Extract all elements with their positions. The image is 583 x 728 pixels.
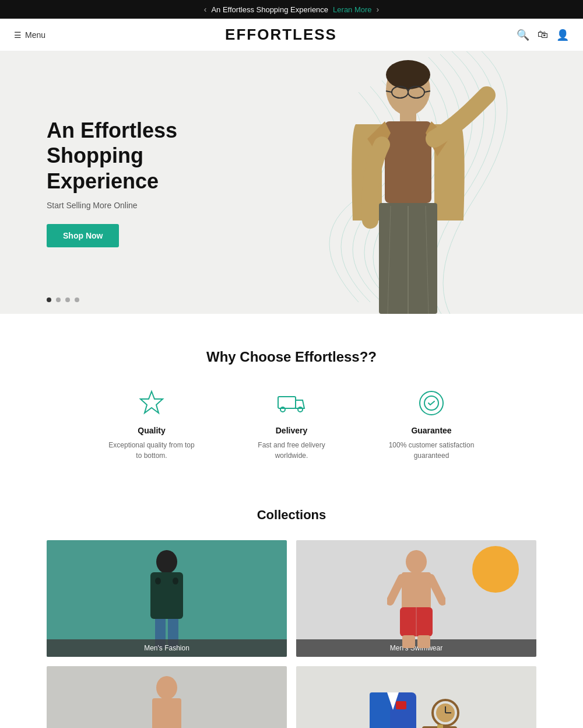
collection-mens-fashion[interactable]: Men's Fashion [47, 540, 287, 657]
svg-rect-40 [396, 701, 406, 709]
svg-marker-13 [141, 391, 163, 413]
collection-underwear[interactable]: Men's Underwear [47, 666, 287, 728]
user-icon[interactable]: 👤 [556, 29, 569, 41]
svg-line-29 [390, 578, 402, 601]
svg-point-23 [155, 578, 161, 584]
feature-guarantee-desc: 100% customer satisfaction guaranteed [385, 440, 478, 461]
svg-rect-34 [152, 698, 181, 728]
svg-point-33 [156, 676, 177, 699]
menu-label: Menu [25, 30, 45, 40]
svg-rect-20 [150, 572, 183, 619]
next-arrow[interactable]: › [377, 5, 380, 14]
feature-guarantee: Guarantee 100% customer satisfaction gua… [385, 388, 478, 461]
collections-grid: Men's Fashion [47, 540, 536, 728]
svg-rect-32 [417, 635, 430, 648]
feature-quality-desc: Exceptional quality from top to bottom. [105, 440, 198, 461]
svg-point-25 [406, 550, 427, 573]
collections-heading: Collections [47, 508, 536, 523]
feature-quality-title: Quality [138, 426, 165, 435]
svg-rect-3 [385, 121, 431, 203]
dot-3[interactable] [65, 298, 70, 302]
announcement-bar: ‹ An Effortless Shopping Experience Lera… [0, 0, 583, 19]
header: ☰ Menu EFFORTLESS 🔍 🛍 👤 [0, 19, 583, 51]
collection-accessories[interactable]: Men's Accessories [296, 666, 536, 728]
collection-swimwear[interactable]: Men's Swimwear [296, 540, 536, 657]
shop-now-button[interactable]: Shop Now [47, 224, 119, 247]
feature-quality: Quality Exceptional quality from top to … [105, 388, 198, 461]
dot-4[interactable] [75, 298, 79, 302]
svg-line-30 [431, 578, 442, 601]
svg-rect-26 [402, 572, 431, 613]
svg-rect-14 [278, 397, 296, 408]
feature-delivery: Delivery Fast and free delivery worldwid… [245, 388, 338, 461]
guarantee-icon [417, 388, 446, 418]
accessories-figure [364, 681, 469, 728]
underwear-figure [138, 675, 196, 728]
svg-point-1 [386, 60, 430, 89]
swimwear-figure [387, 549, 445, 648]
fashion-figure [138, 549, 196, 648]
hero-dots [47, 298, 79, 302]
svg-rect-39 [370, 692, 390, 728]
collection-fashion-label: Men's Fashion [47, 639, 287, 657]
feature-delivery-desc: Fast and free delivery worldwide. [245, 440, 338, 461]
learn-more-link[interactable]: Leran More [333, 5, 371, 14]
truck-icon [277, 388, 306, 418]
prev-arrow[interactable]: ‹ [204, 5, 207, 14]
bag-icon[interactable]: 🛍 [538, 29, 548, 41]
collection-accessories-bg [296, 666, 536, 728]
search-icon[interactable]: 🔍 [517, 29, 529, 41]
collection-underwear-bg [47, 666, 287, 728]
hero-content: An Effortless Shopping Experience Start … [0, 118, 222, 247]
hero-section: An Effortless Shopping Experience Start … [0, 51, 583, 314]
features-grid: Quality Exceptional quality from top to … [23, 388, 560, 461]
why-choose-section: Why Choose Effortless?? Quality Exceptio… [0, 314, 583, 484]
hero-subtext: Start Selling More Online [47, 201, 222, 210]
svg-point-24 [173, 578, 178, 584]
hamburger-icon: ☰ [14, 30, 22, 40]
svg-point-19 [156, 550, 177, 573]
svg-rect-31 [402, 635, 415, 648]
site-logo[interactable]: EFFORTLESS [225, 26, 337, 44]
hero-person-illustration [321, 57, 496, 314]
svg-rect-48 [437, 724, 443, 728]
dot-2[interactable] [56, 298, 61, 302]
hero-image [233, 51, 583, 314]
feature-guarantee-title: Guarantee [411, 426, 451, 435]
dot-1[interactable] [47, 298, 51, 302]
feature-delivery-title: Delivery [276, 426, 307, 435]
header-icons: 🔍 🛍 👤 [517, 29, 569, 41]
announcement-text: An Effortless Shopping Experience [211, 5, 328, 14]
hero-heading: An Effortless Shopping Experience [47, 118, 222, 194]
why-choose-heading: Why Choose Effortless?? [23, 349, 560, 365]
star-icon [137, 388, 166, 418]
collections-section: Collections Men's Fashion [0, 484, 583, 728]
menu-button[interactable]: ☰ Menu [14, 30, 45, 40]
